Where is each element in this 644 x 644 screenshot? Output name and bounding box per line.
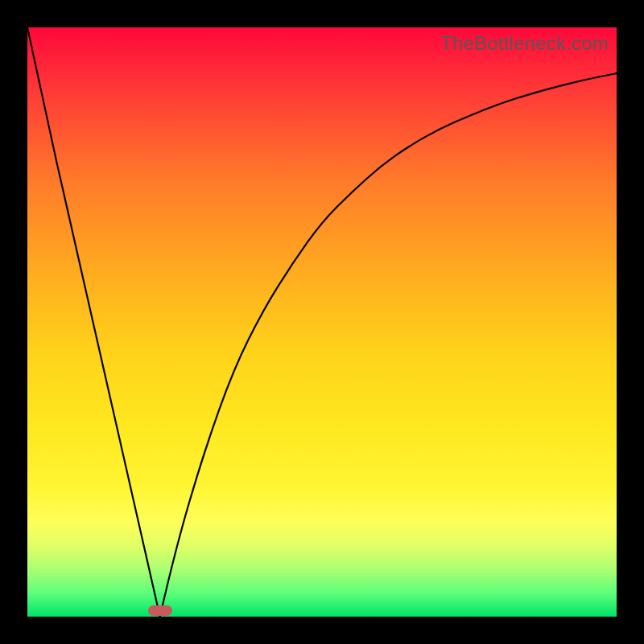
curve-left-branch: [27, 27, 160, 617]
min-point-marker: [148, 605, 172, 616]
chart-frame: TheBottleneck.com: [0, 0, 644, 644]
plot-area: TheBottleneck.com: [27, 27, 617, 617]
curve-right-branch: [160, 73, 617, 617]
chart-curves-svg: [27, 27, 617, 617]
